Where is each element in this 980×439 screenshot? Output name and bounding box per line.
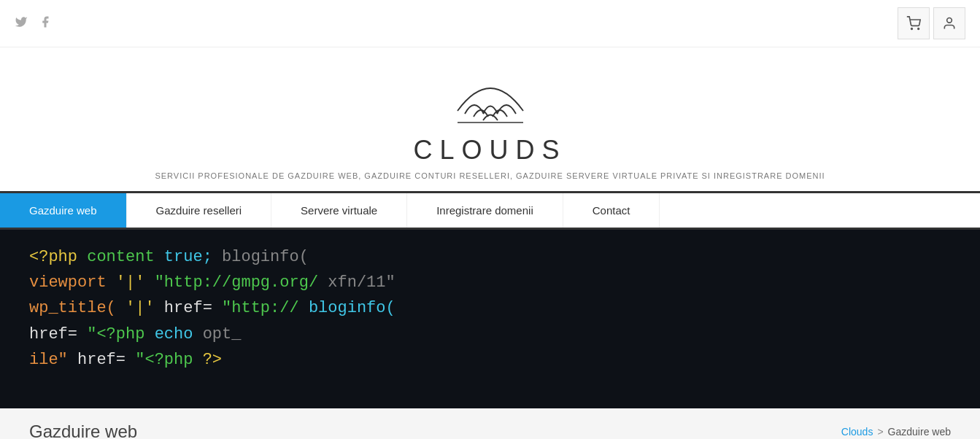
breadcrumb-separator: >: [877, 426, 883, 438]
page-title: Gazduire web: [29, 421, 137, 439]
tagline: SERVICII PROFESIONALE DE GAZDUIRE WEB, G…: [155, 171, 825, 180]
svg-point-2: [947, 18, 952, 23]
nav-item-gazduire-reselleri[interactable]: Gazduire reselleri: [127, 193, 272, 228]
code-line-1: <?php content true; bloginfo(: [29, 244, 951, 270]
logo-area: CLOUDS SERVICII PROFESIONALE DE GAZDUIRE…: [0, 47, 980, 191]
nav-item-contact[interactable]: Contact: [563, 193, 660, 228]
top-actions: [898, 7, 965, 39]
social-icons: [15, 15, 52, 31]
twitter-link[interactable]: [15, 15, 28, 31]
nav-item-inregistrare-domenii[interactable]: Inregistrare domenii: [407, 193, 563, 228]
nav-item-servere-virtuale[interactable]: Servere virtuale: [271, 193, 407, 228]
breadcrumb-section: Gazduire web Clouds > Gazduire web: [0, 408, 980, 439]
breadcrumb-nav: Clouds > Gazduire web: [841, 426, 951, 438]
code-line-3: wp_title( '|' href= "http:// bloginfo(: [29, 295, 951, 321]
top-bar: [0, 0, 980, 47]
breadcrumb-current: Gazduire web: [888, 426, 951, 438]
nav-item-gazduire-web[interactable]: Gazduire web: [0, 193, 127, 228]
code-line-2: viewport '|' "http://gmpg.org/ xfn/11": [29, 270, 951, 295]
code-line-4: href= "<?php echo opt_: [29, 322, 951, 347]
svg-point-1: [918, 28, 919, 30]
user-button[interactable]: [933, 7, 965, 39]
code-line-5: ile" href= "<?php ?>: [29, 347, 951, 373]
hero-canvas: <?php content true; bloginfo( viewport '…: [0, 230, 980, 408]
svg-point-0: [911, 28, 913, 30]
hero-image: <?php content true; bloginfo( viewport '…: [0, 230, 980, 408]
logo-svg: [443, 55, 538, 142]
cart-button[interactable]: [898, 7, 930, 39]
facebook-link[interactable]: [39, 15, 52, 31]
logo-text: CLOUDS: [413, 135, 566, 166]
breadcrumb-home-link[interactable]: Clouds: [841, 426, 873, 438]
code-background: <?php content true; bloginfo( viewport '…: [0, 230, 980, 408]
nav-bar: Gazduire web Gazduire reselleri Servere …: [0, 191, 980, 230]
